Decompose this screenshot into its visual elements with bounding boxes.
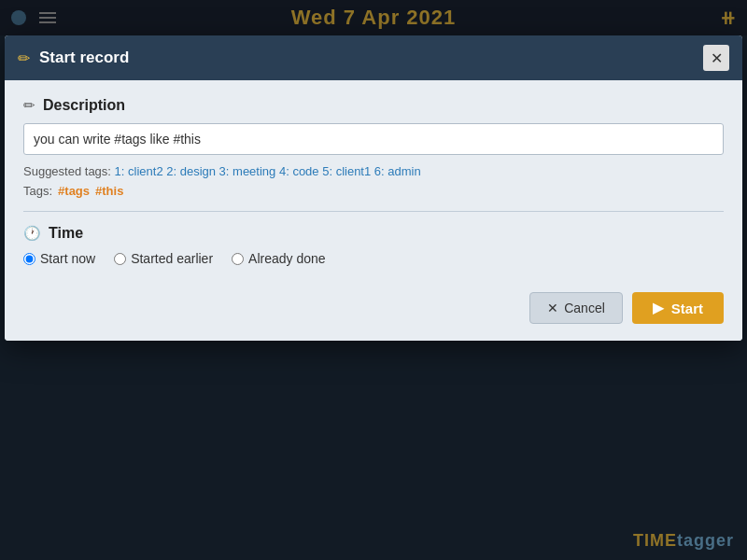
tags-row: Tags: #tags #this	[23, 184, 724, 198]
tags-label: Tags:	[23, 184, 52, 198]
modal-body: ✏ Description Suggested tags: 1: client2…	[5, 80, 742, 279]
suggested-tags-row: Suggested tags: 1: client2 2: design 3: …	[23, 164, 724, 178]
tag-inline-2: #this	[95, 184, 123, 198]
radio-started-earlier[interactable]: Started earlier	[114, 251, 213, 266]
modal-header-icon: ✏	[18, 49, 30, 67]
start-button[interactable]: ▶ Start	[632, 292, 724, 324]
radio-start-now-input[interactable]	[23, 253, 35, 265]
modal-overlay: ✏ Start record ✕ ✏ Description Suggested…	[0, 0, 747, 560]
description-section-header: ✏ Description	[23, 97, 724, 114]
tag-inline-1: #tags	[58, 184, 90, 198]
time-icon: 🕐	[23, 225, 41, 242]
time-radio-group: Start now Started earlier Already done	[23, 251, 724, 266]
modal-header-left: ✏ Start record	[18, 49, 129, 67]
modal-footer: ✕ Cancel ▶ Start	[5, 279, 742, 341]
start-play-icon: ▶	[653, 300, 664, 316]
modal-close-button[interactable]: ✕	[703, 45, 729, 71]
modal-header-title: Start record	[39, 49, 129, 67]
start-record-modal: ✏ Start record ✕ ✏ Description Suggested…	[5, 35, 742, 341]
radio-already-done-label: Already done	[248, 251, 326, 266]
time-section-header: 🕐 Time	[23, 225, 724, 242]
description-icon: ✏	[23, 97, 35, 114]
radio-start-now[interactable]: Start now	[23, 251, 95, 266]
suggested-label: Suggested tags:	[23, 164, 111, 178]
cancel-icon: ✕	[547, 301, 558, 315]
suggested-tags-values: 1: client2 2: design 3: meeting 4: code …	[115, 164, 421, 178]
start-label: Start	[671, 301, 703, 316]
cancel-button[interactable]: ✕ Cancel	[529, 292, 623, 324]
description-title: Description	[43, 97, 125, 114]
radio-start-now-label: Start now	[40, 251, 95, 266]
description-input[interactable]	[23, 123, 724, 155]
radio-already-done[interactable]: Already done	[232, 251, 326, 266]
section-divider	[23, 211, 724, 212]
modal-header: ✏ Start record ✕	[5, 35, 742, 80]
cancel-label: Cancel	[564, 301, 605, 315]
radio-started-earlier-label: Started earlier	[131, 251, 213, 266]
radio-started-earlier-input[interactable]	[114, 253, 126, 265]
time-title: Time	[49, 225, 83, 242]
radio-already-done-input[interactable]	[232, 253, 244, 265]
